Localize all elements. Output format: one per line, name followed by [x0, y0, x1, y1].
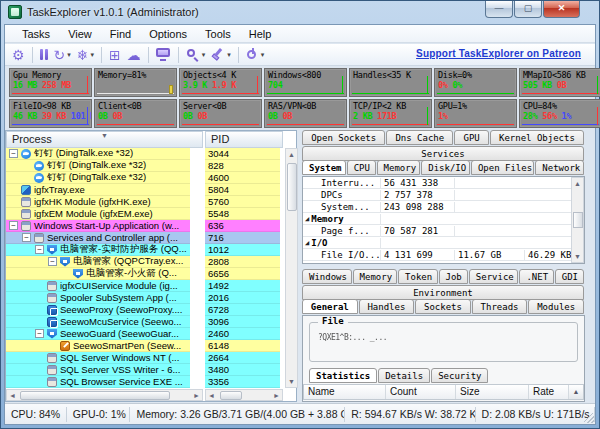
scroll-right-icon[interactable]: ►: [271, 390, 282, 401]
menu-item-view[interactable]: View: [59, 26, 101, 42]
process-pid-cell[interactable]: 5804: [205, 184, 280, 196]
tab-open-sockets[interactable]: Open Sockets: [302, 130, 385, 145]
process-name-cell[interactable]: −电脑管家-实时防护服务 (QQ...: [6, 244, 190, 256]
title-bar[interactable]: TaskExplorer v1.0.1 (Administrator) — ▢ …: [1, 1, 599, 24]
graph-panel-fileio-98-kb[interactable]: FileIO<98 KB46 KB 39 KB 101 KB: [9, 99, 92, 128]
stats-col-name[interactable]: Name: [304, 385, 386, 399]
resize-grip[interactable]: [584, 413, 594, 423]
tab-modules[interactable]: Modules: [528, 299, 584, 314]
menu-item-help[interactable]: Help: [240, 26, 281, 42]
graph-panel-windows-800[interactable]: Windows<800704: [264, 68, 347, 97]
pause-icon[interactable]: [40, 46, 48, 64]
graph-panel-client-0b[interactable]: Client<0B0B 0B: [94, 99, 177, 128]
tab-disk-io[interactable]: Disk/IO: [421, 160, 470, 175]
pid-column-header[interactable]: PID: [205, 131, 283, 148]
scroll-down-icon[interactable]: ▼: [572, 251, 583, 262]
maximize-button[interactable]: ▢: [514, 1, 542, 18]
tab-services[interactable]: Services: [302, 146, 584, 161]
process-row[interactable]: −电脑管家-实时防护服务 (QQ...1012: [6, 244, 283, 256]
tree-expander-icon[interactable]: −: [35, 329, 44, 338]
brush-icon[interactable]: ▾: [211, 46, 231, 64]
process-vertical-scrollbar[interactable]: ▲ ▼: [285, 148, 298, 388]
menu-item-tasks[interactable]: Tasks: [13, 26, 59, 42]
tab-threads[interactable]: Threads: [472, 299, 528, 314]
process-name-cell[interactable]: igfxHK Module (igfxHK.exe): [6, 196, 190, 208]
process-row[interactable]: SQL Server Windows NT (...2664: [6, 352, 283, 364]
patreon-link[interactable]: Support TaskExplorer on Patreon: [416, 48, 581, 59]
process-pid-cell[interactable]: 3044: [205, 148, 280, 160]
system-stat-row[interactable]: File I/O...4 131 69911.67 GB46.29 KB: [303, 249, 584, 261]
menu-item-options[interactable]: Options: [140, 26, 196, 42]
process-row[interactable]: SQL Browser Service EXE ...3356: [6, 376, 283, 388]
scroll-thumb[interactable]: [220, 391, 242, 400]
scroll-up-icon[interactable]: ▲: [286, 149, 297, 160]
process-pid-cell[interactable]: 3480: [205, 364, 280, 376]
process-row[interactable]: −电脑管家 (QQPCTray.ex...2808: [6, 256, 283, 268]
tree-expander-icon[interactable]: −: [35, 245, 44, 254]
process-row[interactable]: −SeewoGuard (SeewoGuar...2460: [6, 328, 283, 340]
graph-panel-objects-4-k[interactable]: Objects<4 K3.9 K 1.9 K: [179, 68, 262, 97]
tab-kernel-objects[interactable]: Kernel Objects: [490, 130, 584, 145]
tab-job[interactable]: Job: [439, 269, 468, 284]
menu-item-find[interactable]: Find: [101, 26, 140, 42]
graph-panel-mmapio-586-kb[interactable]: MMapIO<586 KB505 KB 0B: [519, 68, 600, 97]
tree-expander-icon[interactable]: −: [9, 221, 18, 230]
process-horizontal-scrollbar[interactable]: ◄ ►: [6, 389, 203, 401]
scroll-thumb[interactable]: [573, 212, 583, 228]
tab-details[interactable]: Details: [378, 368, 430, 383]
process-pid-cell[interactable]: 3356: [205, 376, 280, 388]
graph-panel-disk-0-[interactable]: Disk=0%0% 0%: [434, 68, 517, 97]
process-pid-cell[interactable]: 5548: [205, 208, 280, 220]
process-name-cell[interactable]: SeewoSmartPen (Seew...: [6, 340, 190, 352]
monitor-icon[interactable]: [156, 46, 171, 64]
dropdown-caret-icon[interactable]: ▾: [91, 51, 95, 59]
process-pid-cell[interactable]: 6148: [205, 340, 280, 352]
process-name-cell[interactable]: −钉钉 (DingTalk.exe *32): [6, 148, 190, 160]
dropdown-caret-icon[interactable]: ▾: [227, 51, 231, 59]
process-name-cell[interactable]: SQL Server Windows NT (...: [6, 352, 190, 364]
tab-token[interactable]: Token: [398, 269, 437, 284]
tab-statistics[interactable]: Statistics: [309, 368, 377, 383]
tab-windows[interactable]: Windows: [302, 269, 352, 284]
tab-general[interactable]: General: [302, 299, 358, 314]
graph-panel-handles-35-k[interactable]: Handles<35 K: [349, 68, 432, 97]
tree-expander-icon[interactable]: −: [22, 233, 31, 242]
process-name-cell[interactable]: −电脑管家 (QQPCTray.ex...: [6, 256, 190, 268]
tab-environment[interactable]: Environment: [302, 285, 584, 300]
scroll-thumb[interactable]: [287, 163, 297, 211]
process-pid-cell[interactable]: 6728: [205, 304, 280, 316]
process-pid-cell[interactable]: 4600: [205, 172, 280, 184]
process-name-cell[interactable]: 钉钉 (DingTalk.exe *32): [6, 160, 190, 172]
process-pid-cell[interactable]: 2016: [205, 292, 280, 304]
process-row[interactable]: 电脑管家-小火箭 (Q...6656: [6, 268, 283, 280]
process-row[interactable]: igfxCUIService Module (ig...1492: [6, 280, 283, 292]
graph-panel-tcp-ip-2-kb[interactable]: TCP/IP<2 KB2 KB 171B: [349, 99, 432, 128]
process-pid-cell[interactable]: 6656: [205, 268, 280, 280]
tree-expander-icon[interactable]: −: [9, 149, 18, 158]
graph-panel-memory-81-[interactable]: Memory=81%: [94, 68, 177, 97]
system-stat-row[interactable]: Page f...70 587 281: [303, 225, 584, 237]
process-pid-cell[interactable]: 1492: [205, 280, 280, 292]
tab-security[interactable]: Security: [431, 368, 488, 383]
graph-panel-gpu-memory[interactable]: Gpu Memory16 MB 258 MB: [9, 68, 92, 97]
tab-dns-cache[interactable]: Dns Cache: [386, 130, 453, 145]
process-name-cell[interactable]: igfxEM Module (igfxEM.exe): [6, 208, 190, 220]
tab-network[interactable]: Network: [535, 160, 584, 175]
stats-col-size[interactable]: Size: [456, 385, 529, 399]
process-row[interactable]: SeewoMcuService (Seewo...3096: [6, 316, 283, 328]
minimize-button[interactable]: —: [485, 1, 513, 18]
process-name-cell[interactable]: SQL Server VSS Writer - 6...: [6, 364, 190, 376]
pid-horizontal-scrollbar[interactable]: ◄ ►: [205, 389, 283, 401]
process-pid-cell[interactable]: 3096: [205, 316, 280, 328]
tab-service[interactable]: Service: [469, 269, 519, 284]
process-row[interactable]: igfxTray.exe5804: [6, 184, 283, 196]
tab-memory[interactable]: Memory: [353, 269, 398, 284]
process-row[interactable]: Spooler SubSystem App (...2016: [6, 292, 283, 304]
scroll-down-icon[interactable]: ▼: [286, 376, 297, 387]
expanded-triangle-icon[interactable]: ◢: [305, 239, 309, 247]
process-name-cell[interactable]: −Windows Start-Up Application (w...: [6, 220, 190, 232]
freeze-snowflake-icon[interactable]: ❄▾: [77, 46, 94, 64]
settings-gears-icon[interactable]: ⚙: [12, 46, 25, 64]
scroll-up-icon[interactable]: ▲: [569, 385, 583, 399]
scroll-left-icon[interactable]: ◄: [7, 390, 18, 401]
